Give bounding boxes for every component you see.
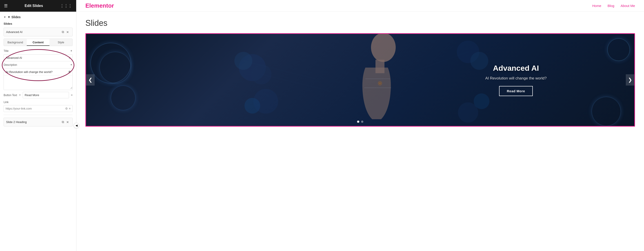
right-panel: Elementor Home Blog About Me Slides [76,0,644,251]
svg-point-17 [379,82,381,84]
figure-svg [294,34,459,126]
slide-1-label: Advanced AI [6,30,61,34]
description-options-icon[interactable]: ≡ [68,70,70,74]
slide-2-label: Slide 2 Heading [6,120,61,124]
slide-content: Advanced AI AI Revolution will change th… [485,64,547,96]
slider-next-button[interactable]: ❯ [626,74,634,85]
description-input-row: ≡ [4,68,72,75]
description-textarea-wrapper: ≡ [4,68,72,90]
left-panel: ☰ Edit Slides ⋮⋮⋮ ▼ ▼ Slides Slides Adva… [0,0,76,251]
svg-point-12 [371,34,396,62]
delete-slide-1-button[interactable]: ✕ [65,30,70,34]
nav-link-about[interactable]: About Me [621,4,635,8]
link-settings-icon[interactable]: ⚙ [65,107,68,110]
link-label: Link [4,101,72,104]
title-field-row: Title ✦ [4,49,72,52]
hamburger-icon[interactable]: ☰ [4,3,8,8]
button-text-dynamic-icon: ✦ [19,94,21,97]
svg-point-4 [244,98,260,114]
button-text-options-icon[interactable]: ≡ [71,93,72,97]
nav-bar: Elementor Home Blog About Me [76,0,644,12]
section-arrow-icon: ▼ [4,16,6,18]
fields-container: Title ✦ ≡ Description ✦ ≡ [4,49,72,90]
section-title: ▼ Slides [8,15,21,19]
duplicate-slide-1-button[interactable]: ⧉ [61,30,65,34]
description-dynamic-icon[interactable]: ✦ [70,63,72,66]
slider-dots [357,121,363,123]
delete-slide-2-button[interactable]: ✕ [65,120,70,124]
title-input[interactable] [4,54,67,61]
slides-label: Slides [4,22,72,25]
title-options-icon[interactable]: ≡ [67,56,72,60]
slider-container: Advanced AI AI Revolution will change th… [86,33,635,127]
link-icons: ⚙ ≡ [63,107,72,110]
nav-links: Home Blog About Me [592,4,635,8]
slide-read-more-button[interactable]: Read More [499,86,532,96]
description-field-row: Description ✦ [4,63,72,66]
nav-link-blog[interactable]: Blog [608,4,614,8]
button-text-row: Button Text ✦ ≡ [4,92,72,98]
divider [4,115,72,115]
tab-background[interactable]: Background [4,39,27,46]
description-input[interactable] [6,70,68,74]
panel-header: ☰ Edit Slides ⋮⋮⋮ [0,0,76,12]
ai-background [86,34,634,126]
nav-logo: Elementor [86,2,114,9]
grid-icon[interactable]: ⋮⋮⋮ [60,3,72,8]
duplicate-slide-2-button[interactable]: ⧉ [61,120,65,124]
tab-content[interactable]: Content [27,39,50,46]
panel-toggle-button[interactable]: ◀ [74,123,79,128]
panel-body: ▼ ▼ Slides Slides Advanced AI ⧉ ✕ Backgr… [0,12,76,251]
description-label: Description [4,63,17,66]
slide-title: Advanced AI [485,64,547,72]
slider-prev-button[interactable]: ❮ [86,74,94,85]
button-text-label: Button Text [4,94,17,97]
slides-section-header: ▼ ▼ Slides [4,15,72,19]
link-input[interactable] [4,105,63,112]
slider-image-area: Advanced AI AI Revolution will change th… [86,34,634,126]
slide-item-slide2[interactable]: Slide 2 Heading ⧉ ✕ [4,118,72,126]
nav-link-home[interactable]: Home [592,4,601,8]
slide-description: AI Revolution will change the world? [485,76,547,81]
button-text-input[interactable] [23,92,69,98]
title-label: Title [4,49,8,52]
slider-dot-1[interactable] [357,121,359,123]
slide-item-advanced-ai[interactable]: Advanced AI ⧉ ✕ [4,28,72,36]
link-input-row: ⚙ ≡ [4,105,72,112]
link-options-icon[interactable]: ≡ [69,107,70,110]
description-textarea[interactable] [4,75,72,89]
slider-dot-2[interactable] [361,121,363,123]
page-content: Slides [76,12,644,251]
tab-style[interactable]: Style [50,39,72,46]
title-dynamic-icon[interactable]: ✦ [70,49,72,52]
title-input-wrapper: ≡ [4,54,72,61]
page-title: Slides [86,18,635,28]
panel-title: Edit Slides [25,4,43,8]
tab-bar: Background Content Style [4,39,72,46]
